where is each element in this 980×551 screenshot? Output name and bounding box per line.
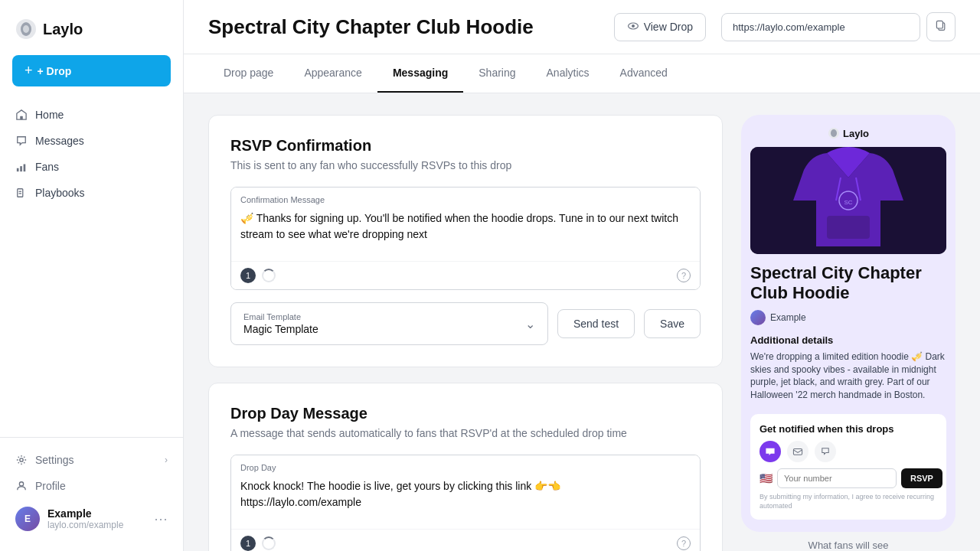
view-drop-label: View Drop: [644, 21, 693, 33]
notify-section: Get notified when this drops 🇺�: [750, 414, 946, 520]
preview-logo-text: Laylo: [843, 128, 869, 139]
user-info: Example laylo.com/example: [47, 507, 146, 530]
additional-details-label: Additional details: [750, 334, 946, 346]
copy-url-button[interactable]: [926, 12, 956, 41]
sidebar-label-profile: Profile: [35, 480, 66, 492]
logo-area: Laylo: [0, 12, 183, 55]
drop-day-title: Drop Day Message: [230, 405, 701, 422]
drop-day-help-icon[interactable]: ?: [677, 536, 691, 550]
email-icon: [787, 441, 808, 462]
user-name: Example: [47, 507, 146, 520]
phone-number-input[interactable]: [777, 468, 897, 488]
rsvp-subtitle: This is sent to any fan who successfully…: [230, 159, 701, 171]
page-header: Spectral City Chapter Club Hoodie View D…: [184, 0, 980, 54]
sidebar-item-fans[interactable]: Fans: [0, 154, 183, 180]
messaging-content: RSVP Confirmation This is sent to any fa…: [208, 115, 723, 530]
tab-advanced[interactable]: Advanced: [605, 54, 683, 93]
us-flag: 🇺🇸: [760, 472, 773, 484]
user-profile-item[interactable]: E Example laylo.com/example ⋯: [0, 499, 183, 539]
svg-text:SC: SC: [844, 199, 852, 206]
sidebar-item-messages[interactable]: Messages: [0, 128, 183, 154]
avatar: E: [15, 507, 40, 531]
sidebar-label-home: Home: [35, 109, 64, 121]
rsvp-message-label: Confirmation Message: [231, 187, 700, 207]
notify-title: Get notified when this drops: [760, 423, 937, 435]
svg-rect-24: [793, 448, 802, 455]
copy-icon: [935, 19, 947, 31]
settings-chevron-icon: ›: [165, 455, 168, 465]
hoodie-svg: SC: [750, 147, 946, 254]
preview-fine-print: By submitting my information, I agree to…: [760, 493, 937, 510]
tab-analytics[interactable]: Analytics: [531, 54, 605, 93]
view-drop-button[interactable]: View Drop: [614, 13, 706, 41]
tab-bar: Drop page Appearance Messaging Sharing A…: [184, 54, 980, 93]
url-input[interactable]: [721, 13, 920, 41]
svg-point-10: [20, 458, 23, 461]
phone-input-row: 🇺🇸 RSVP: [760, 468, 937, 488]
rsvp-email-template-select[interactable]: Email Template Magic Template ⌄: [230, 302, 548, 345]
preview-logo: Laylo: [828, 127, 869, 139]
author-avatar-small: [750, 310, 766, 325]
rsvp-confirmation-card: RSVP Confirmation This is sent to any fa…: [208, 115, 723, 367]
rsvp-message-box: Confirmation Message 🎺 Thanks for signin…: [230, 187, 701, 290]
rsvp-send-test-button[interactable]: Send test: [557, 309, 635, 338]
sidebar-label-fans: Fans: [35, 161, 59, 173]
rsvp-message-text[interactable]: 🎺 Thanks for signing up. You'll be notif…: [231, 207, 700, 261]
more-options-icon[interactable]: ⋯: [154, 510, 168, 527]
drop-day-card: Drop Day Message A message that sends au…: [208, 383, 723, 551]
preview-description: We're dropping a limited edition hoodie …: [750, 350, 946, 402]
drop-day-message-label: Drop Day: [231, 455, 700, 475]
settings-icon: [15, 454, 28, 466]
svg-rect-19: [827, 216, 870, 239]
main-nav: Home Messages Fans Playbooks: [0, 102, 183, 206]
template-label: Email Template: [243, 312, 318, 321]
svg-rect-6: [24, 165, 26, 172]
sidebar-item-home[interactable]: Home: [0, 102, 183, 128]
tab-sharing[interactable]: Sharing: [463, 54, 531, 93]
sidebar-label-playbooks: Playbooks: [35, 187, 85, 199]
help-icon[interactable]: ?: [677, 269, 691, 282]
tab-appearance[interactable]: Appearance: [289, 54, 377, 93]
svg-point-2: [23, 25, 29, 33]
preview-rsvp-button[interactable]: RSVP: [901, 468, 942, 488]
sidebar-bottom: Settings › Profile E Example laylo.com/e…: [0, 437, 183, 539]
drop-day-message-box: Drop Day Knock knock! The hoodie is live…: [230, 455, 701, 551]
drop-day-subtitle: A message that sends automatically to fa…: [230, 427, 701, 439]
sidebar-item-playbooks[interactable]: Playbooks: [0, 180, 183, 206]
eye-icon: [627, 20, 639, 34]
chat-icon: [815, 441, 836, 462]
tab-drop-page[interactable]: Drop page: [208, 54, 289, 93]
svg-rect-3: [20, 116, 23, 119]
svg-rect-5: [20, 166, 22, 171]
logo-text: Laylo: [43, 21, 83, 38]
preview-author-name: Example: [770, 312, 806, 323]
chevron-down-icon: ⌄: [525, 317, 535, 331]
svg-rect-4: [17, 168, 19, 171]
profile-icon: [15, 480, 28, 492]
loading-indicator: [262, 269, 276, 282]
sms-icon: [760, 441, 781, 462]
tab-messaging[interactable]: Messaging: [377, 54, 463, 93]
product-image: SC: [750, 147, 946, 254]
plus-icon: +: [24, 63, 33, 79]
phone-mockup: Laylo: [741, 115, 956, 532]
sidebar-label-settings: Settings: [35, 454, 74, 466]
what-fans-see-label: What fans will see: [741, 540, 956, 551]
svg-point-17: [831, 129, 837, 137]
phone-header: Laylo: [750, 127, 946, 139]
template-value: Magic Template: [243, 323, 318, 335]
sidebar-item-settings[interactable]: Settings ›: [0, 447, 183, 473]
sidebar-label-messages: Messages: [35, 135, 84, 147]
svg-point-13: [632, 24, 635, 28]
drop-button[interactable]: + + Drop: [12, 55, 171, 86]
rsvp-template-row: Email Template Magic Template ⌄ Send tes…: [230, 302, 701, 345]
rsvp-footer-left: 1: [240, 268, 276, 283]
notify-icons: [760, 441, 937, 462]
url-bar-area: [721, 12, 956, 41]
drop-day-message-text[interactable]: Knock knock! The hoodie is live, get you…: [231, 475, 700, 529]
sidebar-item-profile[interactable]: Profile: [0, 473, 183, 499]
sidebar: Laylo + + Drop Home Messages Fans: [0, 0, 184, 551]
drop-button-label: + Drop: [38, 65, 72, 77]
content-area: RSVP Confirmation This is sent to any fa…: [184, 93, 980, 551]
rsvp-save-button[interactable]: Save: [644, 309, 701, 338]
